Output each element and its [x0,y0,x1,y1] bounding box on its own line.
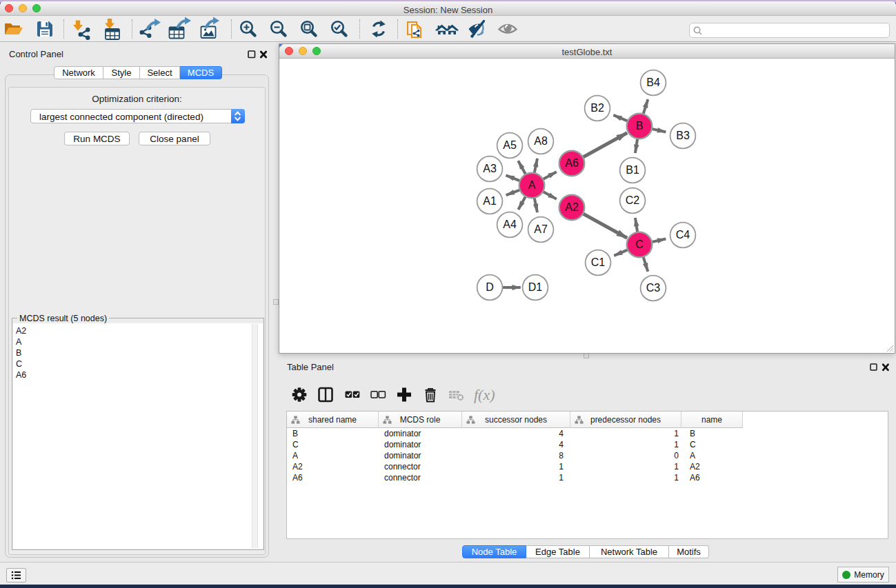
svg-text:A: A [528,179,536,191]
svg-text:A8: A8 [534,135,548,147]
svg-text:C4: C4 [676,229,690,241]
svg-text:D1: D1 [528,281,543,293]
svg-text:B4: B4 [646,77,660,88]
svg-text:A6: A6 [565,157,579,169]
svg-text:A4: A4 [503,219,517,230]
svg-text:B2: B2 [590,102,604,114]
svg-text:B1: B1 [626,164,639,176]
svg-text:C2: C2 [626,194,640,206]
svg-text:D: D [486,281,494,293]
svg-text:A3: A3 [483,163,497,174]
svg-text:f(x): f(x) [474,386,495,403]
svg-text:A7: A7 [534,223,548,235]
svg-text:C1: C1 [591,256,606,268]
svg-text:B: B [636,120,644,132]
svg-text:B3: B3 [676,130,690,141]
svg-text:C3: C3 [646,282,661,294]
svg-text:A2: A2 [565,201,579,213]
svg-text:A5: A5 [503,139,517,151]
svg-text:A1: A1 [483,195,497,207]
svg-text:C: C [635,239,644,250]
